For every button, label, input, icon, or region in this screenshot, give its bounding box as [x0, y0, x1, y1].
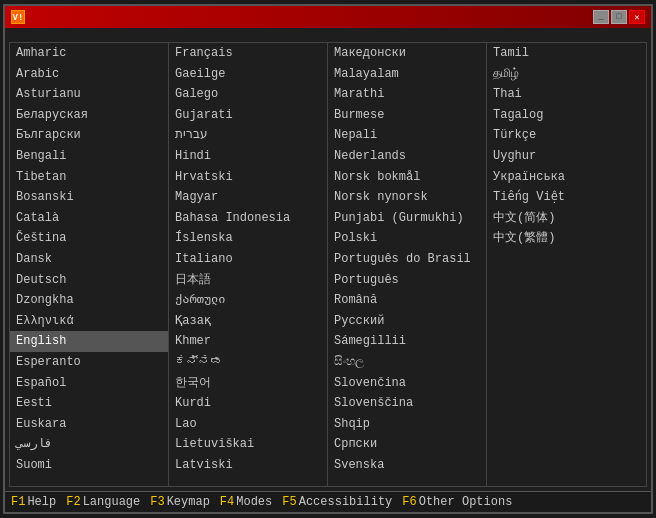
language-item[interactable]: Gaeilge: [169, 64, 327, 85]
language-item[interactable]: Burmese: [328, 105, 486, 126]
language-item[interactable]: Suomi: [10, 455, 168, 476]
language-item[interactable]: Nepali: [328, 125, 486, 146]
language-item[interactable]: Português do Brasil: [328, 249, 486, 270]
language-item[interactable]: Русский: [328, 311, 486, 332]
language-item[interactable]: සිංහල: [328, 352, 486, 373]
language-item[interactable]: Norsk nynorsk: [328, 187, 486, 208]
language-item[interactable]: Português: [328, 270, 486, 291]
language-item[interactable]: Lao: [169, 414, 327, 435]
footer-f2[interactable]: F2 Language: [66, 495, 140, 509]
language-item[interactable]: Thai: [487, 84, 646, 105]
language-item[interactable]: Magyar: [169, 187, 327, 208]
language-item[interactable]: Italiano: [169, 249, 327, 270]
close-button[interactable]: ✕: [629, 10, 645, 24]
language-item[interactable]: Slovenčina: [328, 373, 486, 394]
language-item[interactable]: Marathi: [328, 84, 486, 105]
language-item[interactable]: Punjabi (Gurmukhi): [328, 208, 486, 229]
language-item[interactable]: Ελληνικά: [10, 311, 168, 332]
language-item[interactable]: Asturianu: [10, 84, 168, 105]
language-item[interactable]: 한국어: [169, 373, 327, 394]
footer-label: Accessibility: [299, 495, 393, 509]
language-item[interactable]: Bosanski: [10, 187, 168, 208]
language-item[interactable]: Tiếng Việt: [487, 187, 646, 208]
footer-bar: F1 HelpF2 LanguageF3 KeymapF4 ModesF5 Ac…: [5, 491, 651, 512]
language-item[interactable]: Беларуская: [10, 105, 168, 126]
maximize-button[interactable]: □: [611, 10, 627, 24]
language-item[interactable]: Slovenščina: [328, 393, 486, 414]
language-item[interactable]: Македонски: [328, 43, 486, 64]
language-item[interactable]: فارسي: [10, 434, 168, 455]
lang-col-1: FrançaisGaeilgeGalegoGujaratiעבריתHindiH…: [169, 43, 328, 486]
title-bar: V! _ □ ✕: [5, 6, 651, 28]
language-item[interactable]: Hindi: [169, 146, 327, 167]
lang-col-2: МакедонскиMalayalamMarathiBurmeseNepaliN…: [328, 43, 487, 486]
language-item[interactable]: עברית: [169, 125, 327, 146]
language-item[interactable]: Svenska: [328, 455, 486, 476]
language-item[interactable]: ಕನ್ನಡ: [169, 352, 327, 373]
lang-col-0: AmharicArabicAsturianuБеларускаяБългарск…: [10, 43, 169, 486]
language-header: [9, 32, 647, 42]
language-item[interactable]: English: [10, 331, 168, 352]
language-item[interactable]: Српски: [328, 434, 486, 455]
language-item[interactable]: Tagalog: [487, 105, 646, 126]
language-item[interactable]: Tamil: [487, 43, 646, 64]
language-item[interactable]: Íslenska: [169, 228, 327, 249]
footer-key: F5: [282, 495, 296, 509]
footer-key: F4: [220, 495, 234, 509]
footer-label: Help: [27, 495, 56, 509]
language-item[interactable]: Malayalam: [328, 64, 486, 85]
language-item[interactable]: Tibetan: [10, 167, 168, 188]
language-item[interactable]: Dansk: [10, 249, 168, 270]
lang-col-3: Tamilதமிழ்ThaiTagalogTürkçeUyghurУкраїнс…: [487, 43, 646, 486]
language-item[interactable]: Amharic: [10, 43, 168, 64]
language-item[interactable]: Eesti: [10, 393, 168, 414]
language-item[interactable]: Khmer: [169, 331, 327, 352]
language-grid: AmharicArabicAsturianuБеларускаяБългарск…: [9, 42, 647, 487]
language-item[interactable]: ქართული: [169, 290, 327, 311]
footer-f3[interactable]: F3 Keymap: [150, 495, 210, 509]
language-item[interactable]: Polski: [328, 228, 486, 249]
language-item[interactable]: Shqip: [328, 414, 486, 435]
language-item[interactable]: Euskara: [10, 414, 168, 435]
language-item[interactable]: Sámegillii: [328, 331, 486, 352]
language-item[interactable]: Norsk bokmål: [328, 167, 486, 188]
app-icon: V!: [11, 10, 25, 24]
language-item[interactable]: Čeština: [10, 228, 168, 249]
footer-label: Modes: [236, 495, 272, 509]
language-item[interactable]: Deutsch: [10, 270, 168, 291]
footer-f6[interactable]: F6 Other Options: [402, 495, 512, 509]
footer-key: F3: [150, 495, 164, 509]
language-item[interactable]: Български: [10, 125, 168, 146]
language-item[interactable]: Lietuviškai: [169, 434, 327, 455]
language-item[interactable]: 中文(繁體): [487, 228, 646, 249]
language-item[interactable]: Gujarati: [169, 105, 327, 126]
language-item[interactable]: Bengali: [10, 146, 168, 167]
footer-f5[interactable]: F5 Accessibility: [282, 495, 392, 509]
language-item[interactable]: Hrvatski: [169, 167, 327, 188]
language-item[interactable]: Galego: [169, 84, 327, 105]
language-item[interactable]: Bahasa Indonesia: [169, 208, 327, 229]
language-item[interactable]: Català: [10, 208, 168, 229]
minimize-button[interactable]: _: [593, 10, 609, 24]
language-item[interactable]: தமிழ்: [487, 64, 646, 85]
language-item[interactable]: Arabic: [10, 64, 168, 85]
language-item[interactable]: Қазақ: [169, 311, 327, 332]
footer-f1[interactable]: F1 Help: [11, 495, 56, 509]
language-item[interactable]: Esperanto: [10, 352, 168, 373]
language-item[interactable]: Українська: [487, 167, 646, 188]
footer-label: Language: [83, 495, 141, 509]
language-item[interactable]: Français: [169, 43, 327, 64]
language-item[interactable]: Español: [10, 373, 168, 394]
language-item[interactable]: 中文(简体): [487, 208, 646, 229]
language-item[interactable]: Uyghur: [487, 146, 646, 167]
language-item[interactable]: 日本語: [169, 270, 327, 291]
footer-f4[interactable]: F4 Modes: [220, 495, 272, 509]
language-item[interactable]: Română: [328, 290, 486, 311]
footer-key: F1: [11, 495, 25, 509]
language-item[interactable]: Türkçe: [487, 125, 646, 146]
main-window: V! _ □ ✕ AmharicArabicAsturianuБеларуска…: [3, 4, 653, 514]
language-item[interactable]: Nederlands: [328, 146, 486, 167]
language-item[interactable]: Kurdi: [169, 393, 327, 414]
language-item[interactable]: Dzongkha: [10, 290, 168, 311]
language-item[interactable]: Latviski: [169, 455, 327, 476]
